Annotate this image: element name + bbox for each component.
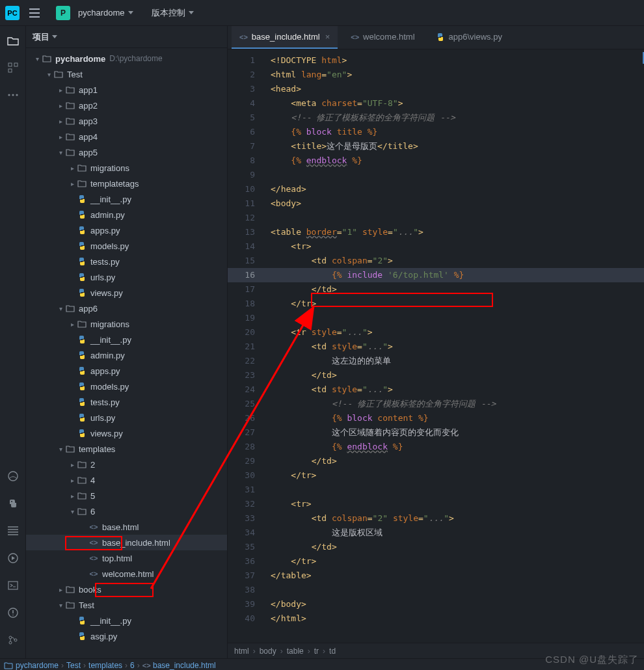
code-line[interactable]: <title>这个是母版页</title> [262,139,644,154]
code-line[interactable]: <tr style="..."> [262,325,644,340]
code-line[interactable]: </tr> [262,468,644,483]
tree-item[interactable]: ▸__init__.py [26,613,227,628]
project-tool-icon[interactable] [4,31,22,49]
vcs-icon[interactable] [4,631,22,649]
problems-icon[interactable] [4,604,22,622]
crumb[interactable]: tr [314,647,319,656]
tree-root[interactable]: ▾pychardomeD:\pychardome [26,51,227,66]
tree-item[interactable]: ▸urls.py [26,410,227,425]
code-line[interactable]: <body> [262,196,644,211]
code-line[interactable]: <html lang="en"> [262,68,644,82]
code-line[interactable]: <!-- 修正了模板标签的全角字符问题 --> [262,397,644,411]
tree-item[interactable]: ▾Test [26,66,227,82]
code-line[interactable]: </td> [262,282,644,297]
code-line[interactable] [262,483,644,497]
crumb[interactable]: body [260,647,276,656]
code-line[interactable]: <!DOCTYPE html> [262,53,644,68]
code-line[interactable]: 这是版权区域 [262,526,644,540]
tree-item[interactable]: ▸__init__.py [26,191,227,207]
code-line[interactable]: </head> [262,182,644,196]
tree-item[interactable]: ▸5 [26,488,227,503]
tree-item[interactable]: ▸views.py [26,285,227,301]
editor-tab[interactable]: <>welcome.html [343,26,422,49]
code-line[interactable]: <td style="..."> [262,340,644,354]
tree-item[interactable]: ▸app1 [26,82,227,98]
tree-item[interactable]: ▸models.py [26,379,227,394]
tree-item[interactable]: ▸admin.py [26,207,227,222]
code-line[interactable]: </table> [262,569,644,583]
sidebar-header[interactable]: 项目 [26,26,227,48]
tree-item[interactable]: ▸apps.py [26,222,227,238]
tree-item[interactable]: ▸app4 [26,129,227,144]
code-line[interactable]: </body> [262,597,644,611]
code-line[interactable]: <tr> [262,497,644,511]
tree-item[interactable]: ▸migrations [26,160,227,176]
code-line[interactable]: </td> [262,454,644,468]
line-gutter[interactable]: 1234567891011121314151617181920212223242… [228,49,262,643]
tree-item[interactable]: ▸app2 [26,98,227,113]
structure-tool-icon[interactable] [4,59,22,77]
code-content[interactable]: <!DOCTYPE html><html lang="en"><head> <m… [262,49,644,643]
terminal-icon[interactable] [4,576,22,595]
tree-item[interactable]: ▸admin.py [26,347,227,363]
code-line[interactable]: {% include '6/top.html' %} [262,268,644,282]
tree-item[interactable]: ▸<>welcome.html [26,566,227,582]
code-line[interactable]: </td> [262,540,644,554]
services-icon[interactable] [4,522,22,540]
breadcrumb[interactable]: html›body›table›tr›td [228,643,644,658]
tree-item[interactable]: ▾app5 [26,144,227,160]
tree-item[interactable]: ▸app3 [26,113,227,129]
tree-item[interactable]: ▸templatetags [26,176,227,191]
code-line[interactable] [262,168,644,182]
tree-item[interactable]: ▾templates [26,441,227,457]
vcs-menu[interactable]: 版本控制 [148,7,198,19]
tree-item[interactable]: ▾Test [26,597,227,613]
tree-item[interactable]: ▸4 [26,472,227,488]
code-line[interactable]: {% endblock %} [262,440,644,454]
status-segment[interactable]: pychardome [16,661,59,670]
status-segment[interactable]: templates [88,661,122,670]
code-line[interactable]: 这个区域随着内容页的变化而变化 [262,425,644,440]
tree-item[interactable]: ▾app6 [26,301,227,316]
code-line[interactable]: <table border="1" style="..."> [262,225,644,239]
menu-icon[interactable] [26,5,43,21]
crumb[interactable]: html [234,647,249,656]
more-icon[interactable] [4,86,22,104]
code-line[interactable]: <head> [262,82,644,96]
tree-item[interactable]: ▸models.py [26,238,227,254]
code-line[interactable] [262,583,644,597]
tree-item[interactable]: ▸__init__.py [26,332,227,347]
code-line[interactable]: 这左边的的菜单 [262,354,644,368]
code-line[interactable] [262,211,644,225]
tree-item[interactable]: ▸2 [26,457,227,472]
crumb[interactable]: table [287,647,304,656]
status-segment[interactable]: <> base_include.html [142,661,216,670]
code-line[interactable]: </tr> [262,297,644,311]
tree-item[interactable]: ▸apps.py [26,363,227,379]
tree-item[interactable]: ▸tests.py [26,254,227,269]
code-line[interactable]: <meta charset="UTF-8"> [262,96,644,111]
project-menu[interactable]: pychardome [74,8,137,18]
code-line[interactable]: <tr> [262,239,644,254]
status-segment[interactable]: Test [66,661,81,670]
code-line[interactable]: </td> [262,368,644,382]
tree-item[interactable]: ▸asgi.py [26,628,227,644]
remote-icon[interactable] [4,467,22,485]
tree-item[interactable]: ▸migrations [26,316,227,332]
run-icon[interactable] [4,549,22,567]
code-line[interactable]: {% block title %} [262,125,644,139]
code-line[interactable]: {% endblock %} [262,154,644,168]
status-segment[interactable]: 6 [130,661,135,670]
code-line[interactable]: <!-- 修正了模板标签的全角字符问题 --> [262,111,644,125]
tree-item[interactable]: ▸views.py [26,425,227,441]
code-line[interactable]: </tr> [262,554,644,569]
close-icon[interactable]: × [325,32,330,42]
code-line[interactable]: </html> [262,611,644,626]
crumb[interactable]: td [329,647,336,656]
tree-item[interactable]: ▸books [26,582,227,597]
tree-item[interactable]: ▸tests.py [26,394,227,410]
code-line[interactable] [262,311,644,325]
project-tree[interactable]: ▾pychardomeD:\pychardome▾Test▸app1▸app2▸… [26,48,227,658]
editor-tab[interactable]: <>base_include.html× [232,26,338,49]
editor-tab[interactable]: app6\views.py [428,26,510,49]
